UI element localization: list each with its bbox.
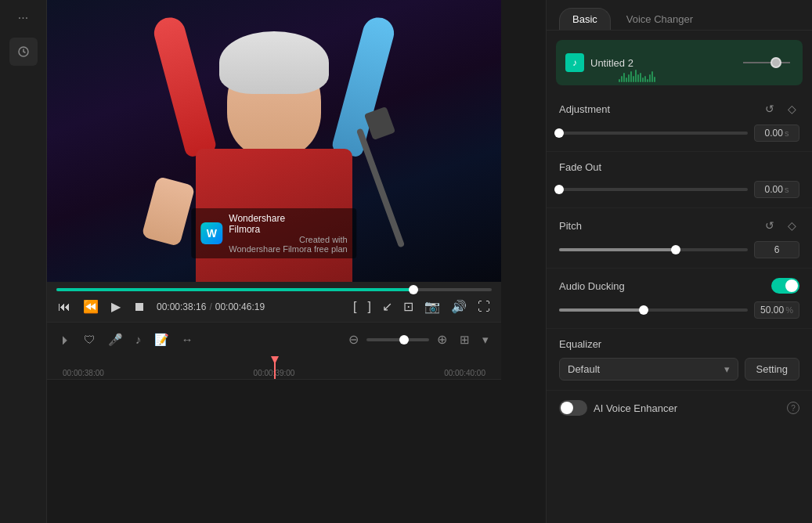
audio-ducking-slider[interactable] [559, 308, 748, 312]
zoom-slider[interactable] [366, 338, 429, 341]
timeline-shield-button[interactable]: 🛡 [81, 330, 99, 349]
fade-out-value: 0.00 [765, 184, 783, 195]
adjustment-slider-thumb[interactable] [554, 128, 564, 138]
video-preview: W Wondershare Filmora Created with Wonde… [47, 0, 501, 282]
fullscreen-button[interactable]: ⛶ [476, 298, 492, 316]
video-controls: ⏮ ⏪ ▶ ⏹ 00:00:38:16 / 00:00:46:19 [ ] ↙ … [47, 282, 501, 322]
total-time: 00:00:46:19 [215, 301, 265, 312]
pitch-slider-thumb[interactable] [671, 245, 680, 254]
ai-voice-toggle[interactable] [559, 400, 587, 416]
watermark-subtitle: Created with [299, 235, 348, 244]
volume-button[interactable]: 🔊 [449, 298, 468, 316]
insert-button[interactable]: ↙ [381, 298, 394, 316]
tab-voice-changer[interactable]: Voice Changer [614, 8, 706, 30]
timeline-effect-button[interactable]: ↔ [179, 330, 197, 349]
adjustment-diamond-icon[interactable]: ◇ [784, 101, 799, 117]
watermark-brand: Wondershare [229, 213, 347, 224]
sidebar-btn-1[interactable] [9, 38, 38, 66]
timeline-play-button[interactable]: ⏵ [56, 330, 74, 349]
equalizer-select[interactable]: Default ▾ [559, 358, 738, 381]
audio-ducking-value-box[interactable]: 50.00 % [754, 301, 799, 319]
controls-row: ⏮ ⏪ ▶ ⏹ 00:00:38:16 / 00:00:46:19 [ ] ↙ … [56, 298, 492, 316]
tab-basic[interactable]: Basic [559, 8, 611, 30]
adjustment-reset-icon[interactable]: ↺ [762, 101, 778, 117]
pitch-slider-filled [559, 248, 676, 251]
audio-ducking-slider-filled [559, 308, 644, 312]
audio-ducking-value: 50.00 [760, 305, 784, 316]
zoom-thumb[interactable] [399, 335, 409, 344]
watermark-product: Filmora [229, 224, 347, 235]
fullscreen-preview-button[interactable]: ⊡ [402, 298, 415, 316]
audio-ducking-unit: % [785, 305, 793, 315]
timeline-text-button[interactable]: 📝 [151, 330, 172, 350]
timeline-more-button[interactable]: ▾ [479, 330, 492, 350]
progress-thumb[interactable] [409, 285, 418, 294]
main-content: W Wondershare Filmora Created with Wonde… [47, 0, 546, 523]
pitch-slider[interactable] [559, 248, 748, 251]
pitch-slider-row: 6 [559, 241, 799, 258]
right-panel: Basic Voice Changer ♪ Untitled 2 [546, 0, 812, 523]
playhead-top [271, 356, 279, 364]
watermark: W Wondershare Filmora Created with Wonde… [191, 208, 356, 258]
fade-out-title: Fade Out [559, 161, 601, 173]
adjustment-title: Adjustment [559, 103, 610, 115]
timeline-music-button[interactable]: ♪ [132, 330, 145, 349]
timeline-mic-button[interactable]: 🎤 [105, 330, 126, 350]
timeline-playhead[interactable] [274, 356, 276, 379]
watermark-plan: Wondershare Filmora free plan [229, 244, 347, 254]
fade-out-value-box[interactable]: 0.00 s [754, 181, 799, 198]
timeline: 00:00:38:00 00:00:39:00 00:00:40:00 [47, 356, 501, 523]
mark-out-button[interactable]: ] [366, 298, 373, 316]
equalizer-header: Equalizer [559, 338, 799, 350]
ctrl-left: ⏮ ⏪ ▶ ⏹ 00:00:38:16 / 00:00:46:19 [56, 298, 265, 316]
audio-ducking-toggle-thumb [785, 280, 798, 292]
adjustment-slider[interactable] [559, 132, 748, 135]
zoom-out-button[interactable]: ⊖ [345, 329, 362, 350]
progress-bar[interactable] [56, 288, 492, 291]
audio-ducking-toggle[interactable] [771, 278, 799, 294]
audio-ducking-title: Audio Ducking [559, 280, 625, 292]
zoom-in-button[interactable]: ⊕ [434, 329, 450, 350]
equalizer-title: Equalizer [559, 338, 601, 350]
ai-voice-help-icon[interactable]: ? [787, 402, 799, 414]
equalizer-row: Default ▾ Setting [559, 358, 799, 381]
audio-ducking-slider-thumb[interactable] [639, 305, 648, 315]
timeline-toolbar: ⏵ 🛡 🎤 ♪ 📝 ↔ ⊖ ⊕ ⊞ ▾ [47, 322, 501, 356]
pitch-value: 6 [774, 244, 780, 255]
track-icon: ♪ [565, 53, 584, 72]
adjustment-value-box[interactable]: 0.00 s [754, 124, 799, 142]
timeline-ruler: 00:00:38:00 00:00:39:00 00:00:40:00 [47, 356, 501, 380]
adjustment-section: Adjustment ↺ ◇ 0.00 s [547, 92, 812, 152]
adjustment-slider-row: 0.00 s [559, 124, 799, 142]
watermark-logo: W [200, 222, 222, 244]
frame-back-button[interactable]: ⏪ [81, 298, 100, 316]
pitch-value-box[interactable]: 6 [754, 241, 799, 258]
skip-back-button[interactable]: ⏮ [56, 298, 72, 316]
left-sidebar: ··· [0, 0, 47, 523]
pitch-reset-icon[interactable]: ↺ [762, 218, 778, 233]
fade-out-slider-thumb[interactable] [554, 185, 564, 194]
pitch-diamond-icon[interactable]: ◇ [784, 218, 799, 233]
timeline-track-area [47, 380, 501, 523]
fade-out-header: Fade Out [559, 161, 799, 173]
equalizer-setting-button[interactable]: Setting [745, 358, 799, 381]
adjustment-header: Adjustment ↺ ◇ [559, 101, 799, 117]
time-display: 00:00:38:16 / 00:00:46:19 [157, 301, 265, 312]
stop-button[interactable]: ⏹ [132, 298, 147, 316]
pitch-actions: ↺ ◇ [762, 218, 799, 233]
audio-ducking-header: Audio Ducking [559, 278, 799, 294]
equalizer-dropdown-icon: ▾ [724, 363, 730, 375]
menu-dots-button[interactable]: ··· [13, 6, 33, 30]
grid-button[interactable]: ⊞ [457, 330, 473, 350]
adjustment-actions: ↺ ◇ [762, 101, 799, 117]
equalizer-section: Equalizer Default ▾ Setting [547, 329, 812, 391]
mark-in-button[interactable]: [ [352, 298, 358, 316]
current-time: 00:00:38:16 [157, 301, 206, 312]
snapshot-button[interactable]: 📷 [423, 298, 442, 316]
zoom-control: ⊖ ⊕ [345, 329, 450, 350]
progress-filled [56, 288, 413, 291]
pitch-section: Pitch ↺ ◇ 6 [547, 208, 812, 269]
play-button[interactable]: ▶ [110, 298, 122, 316]
fade-out-slider[interactable] [559, 188, 748, 191]
track-waveform [619, 67, 763, 82]
